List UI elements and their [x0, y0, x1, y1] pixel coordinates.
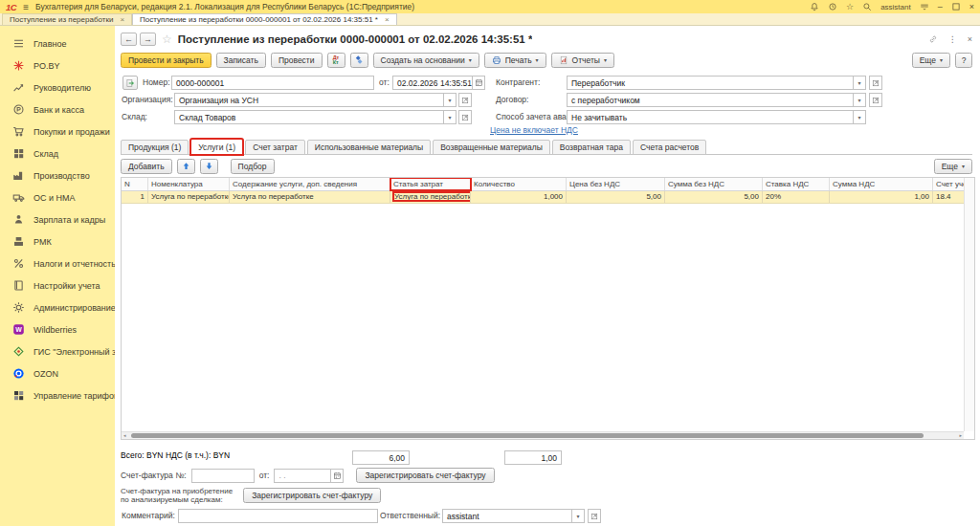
sidebar-item-warehouse[interactable]: Склад: [0, 142, 115, 164]
close-window-icon[interactable]: ×: [969, 2, 974, 11]
post-and-close-button[interactable]: Провести и закрыть: [121, 53, 212, 68]
scrollbar-thumb[interactable]: [131, 433, 924, 438]
sidebar-item-payroll[interactable]: Зарплата и кадры: [0, 208, 115, 230]
sidebar-item-manager[interactable]: Руководителю: [0, 77, 115, 99]
help-button[interactable]: ?: [955, 53, 972, 68]
scroll-right-icon[interactable]: ▸: [959, 432, 962, 439]
close-tab-icon[interactable]: ×: [385, 15, 390, 24]
sidebar-item-tariff[interactable]: Управление тарифом: [0, 384, 115, 406]
counterparty-open-button[interactable]: [869, 76, 882, 90]
warehouse-dropdown-button[interactable]: ▾: [444, 110, 457, 124]
column-header-amount-no-vat[interactable]: Сумма без НДС: [665, 178, 763, 190]
sidebar-item-gis[interactable]: ГИС "Электронный знак": [0, 340, 115, 362]
minimize-icon[interactable]: –: [938, 2, 943, 11]
tab-used-materials[interactable]: Использованные материалы: [307, 140, 431, 155]
scroll-left-icon[interactable]: ◂: [123, 432, 126, 439]
warehouse-open-button[interactable]: [458, 110, 472, 124]
contract-input[interactable]: с переработчиком: [567, 93, 854, 107]
responsible-dropdown-button[interactable]: ▾: [572, 509, 585, 523]
sidebar-item-purchases-sales[interactable]: Покупки и продажи: [0, 121, 115, 142]
contract-dropdown-button[interactable]: ▾: [854, 93, 866, 107]
add-row-button[interactable]: Добавить: [121, 159, 172, 174]
sidebar-item-ozon[interactable]: OZON: [0, 362, 115, 384]
responsible-input[interactable]: assistant: [442, 509, 572, 523]
total-input[interactable]: 6,00: [352, 450, 410, 465]
horizontal-scrollbar[interactable]: ◂ ▸: [122, 431, 964, 439]
organization-dropdown-button[interactable]: ▾: [444, 93, 457, 107]
cell-vat-amount[interactable]: 1,00: [830, 191, 933, 203]
history-icon[interactable]: [828, 2, 837, 11]
set-number-button[interactable]: [122, 76, 138, 90]
current-user-label[interactable]: assistant: [880, 3, 911, 11]
tab-production[interactable]: Продукция (1): [121, 140, 189, 155]
sidebar-item-administration[interactable]: Администрирование: [0, 296, 115, 318]
advance-method-input[interactable]: Не зачитывать: [567, 110, 854, 124]
cell-nomenclature[interactable]: Услуга по переработке: [148, 191, 230, 203]
close-tab-icon[interactable]: ×: [120, 15, 124, 24]
get-link-icon[interactable]: [928, 34, 938, 44]
table-row[interactable]: 1 Услуга по переработке Услуга по перера…: [122, 191, 974, 204]
contract-open-button[interactable]: [869, 93, 882, 107]
tab-cost-account[interactable]: Счет затрат: [245, 140, 305, 155]
sidebar-item-production[interactable]: Производство: [0, 164, 115, 186]
print-button[interactable]: Печать ▾: [484, 53, 546, 68]
sidebar-item-pos[interactable]: РМК: [0, 230, 115, 252]
search-icon[interactable]: [862, 2, 872, 11]
vat-total-input[interactable]: 1,00: [504, 450, 562, 465]
create-on-base-button[interactable]: Создать на основании ▾: [373, 53, 479, 68]
cell-price-no-vat[interactable]: 5,00: [567, 191, 665, 203]
column-header-service-content[interactable]: Содержание услуги, доп. сведения: [230, 178, 390, 190]
warehouse-input[interactable]: Склад Товаров: [174, 110, 444, 124]
service-menu-icon[interactable]: [920, 2, 929, 11]
table-more-button[interactable]: Еще ▾: [934, 159, 972, 174]
cell-n[interactable]: 1: [122, 191, 148, 203]
cell-service-content[interactable]: Услуга по переработке: [230, 191, 390, 203]
column-header-quantity[interactable]: Количество: [471, 178, 567, 190]
organization-open-button[interactable]: [458, 93, 472, 107]
number-input[interactable]: 0000-000001: [171, 76, 374, 90]
sidebar-item-wildberries[interactable]: W Wildberries: [0, 318, 115, 340]
window-tab-document[interactable]: Поступление из переработки 0000-000001 о…: [132, 13, 397, 25]
close-document-icon[interactable]: ×: [968, 34, 972, 44]
register-invoice-button[interactable]: Зарегистрировать счет-фактуру: [356, 468, 494, 483]
tab-returned-materials[interactable]: Возвращенные материалы: [433, 140, 550, 155]
responsible-open-button[interactable]: [588, 509, 601, 523]
save-button[interactable]: Записать: [216, 53, 266, 68]
tab-settlement-accounts[interactable]: Счета расчетов: [633, 140, 706, 155]
move-down-button[interactable]: [200, 159, 218, 174]
column-header-nomenclature[interactable]: Номенклатура: [148, 178, 230, 190]
calendar-button[interactable]: [473, 76, 485, 90]
advance-method-dropdown-button[interactable]: ▾: [854, 110, 866, 124]
show-postings-button[interactable]: ДтКт: [327, 53, 345, 68]
price-vat-link[interactable]: Цена не включает НДС: [490, 125, 578, 135]
comment-input[interactable]: [178, 509, 378, 523]
invoice-number-input[interactable]: [191, 469, 255, 483]
sidebar-item-taxes[interactable]: Налоги и отчетность: [0, 252, 115, 274]
window-tab-list[interactable]: Поступление из переработки ×: [2, 13, 132, 25]
invoice-calendar-button[interactable]: [331, 469, 344, 483]
main-menu-icon[interactable]: ≡: [23, 2, 29, 12]
more-menu-icon[interactable]: ⋮: [948, 34, 957, 44]
column-header-n[interactable]: N: [122, 178, 148, 190]
favorite-star-icon[interactable]: ☆: [162, 33, 172, 46]
pick-button[interactable]: Подбор: [231, 159, 275, 174]
cell-cost-item[interactable]: Услуга по переработке: [390, 191, 471, 203]
document-structure-button[interactable]: [350, 53, 368, 68]
counterparty-input[interactable]: Переработчик: [567, 76, 854, 90]
invoice-date-input[interactable]: . .: [274, 469, 331, 483]
post-button[interactable]: Провести: [271, 53, 323, 68]
cell-quantity[interactable]: 1,000: [471, 191, 567, 203]
column-header-price-no-vat[interactable]: Цена без НДС: [567, 178, 665, 190]
tab-services[interactable]: Услуги (1): [190, 139, 243, 155]
tab-returnable-packaging[interactable]: Возвратная тара: [552, 140, 631, 155]
column-header-vat-rate[interactable]: Ставка НДС: [763, 178, 830, 190]
cell-amount-no-vat[interactable]: 5,00: [665, 191, 763, 203]
sidebar-item-fixed-assets[interactable]: ОС и НМА: [0, 186, 115, 208]
column-header-vat-amount[interactable]: Сумма НДС: [830, 178, 933, 190]
cell-vat-rate[interactable]: 20%: [763, 191, 830, 203]
sidebar-item-main[interactable]: Главное: [0, 33, 115, 55]
move-up-button[interactable]: [177, 159, 195, 174]
sidebar-item-accounting-settings[interactable]: Настройки учета: [0, 274, 115, 296]
date-input[interactable]: 02.02.2026 14:35:51: [392, 76, 473, 90]
favorites-star-icon[interactable]: ☆: [846, 2, 854, 11]
